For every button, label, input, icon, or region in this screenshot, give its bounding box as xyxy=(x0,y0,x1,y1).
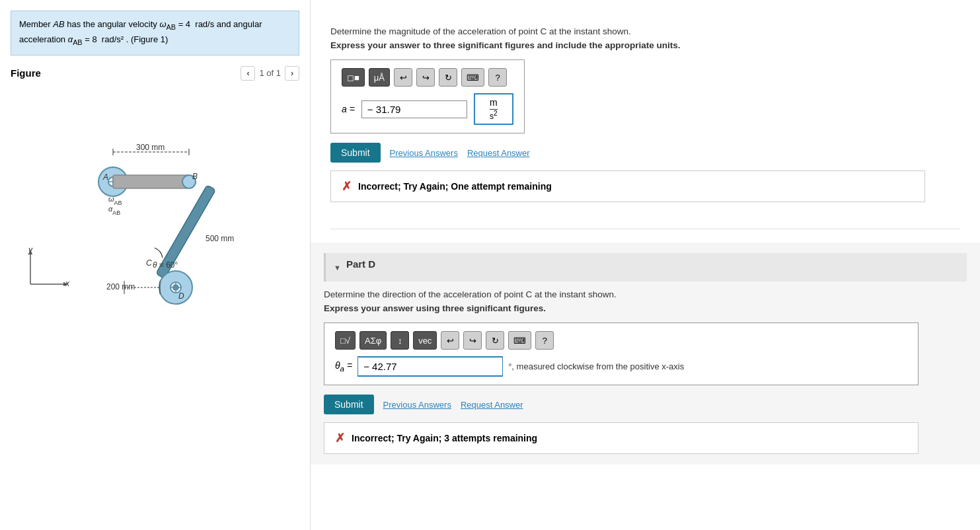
partd-error-box: ✗ Incorrect; Try Again; 3 attempts remai… xyxy=(324,422,919,454)
problem-line1: Member AB has the angular velocity ωAB =… xyxy=(19,19,262,44)
svg-rect-15 xyxy=(113,175,189,188)
partc-answer-box: ◻■ μÅ ↩ ↪ ↻ ⌨ ? xyxy=(330,59,525,133)
part-c-section: Determine the magnitude of the accelerat… xyxy=(330,13,960,215)
partc-matrix-btn[interactable]: ◻■ xyxy=(342,68,365,87)
partc-redo-btn[interactable]: ↪ xyxy=(416,68,435,87)
mu-icon: μÅ xyxy=(374,73,385,83)
figure-header: Figure ‹ 1 of 1 › xyxy=(11,66,299,81)
reset-icon2: ↻ xyxy=(492,336,499,346)
partd-submit-btn[interactable]: Submit xyxy=(324,395,374,414)
partd-question: Determine the direction of the accelerat… xyxy=(324,289,967,299)
partc-unit-fraction: m s2 xyxy=(483,97,504,121)
keyboard-icon2: ⌨ xyxy=(513,336,526,346)
partd-sigma-btn[interactable]: ΑΣφ xyxy=(359,331,387,350)
partc-unit-num: m xyxy=(490,97,498,110)
partc-toolbar: ◻■ μÅ ↩ ↪ ↻ ⌨ ? xyxy=(342,68,513,87)
partd-toolbar: □√ ΑΣφ ↕ vec ↩ ↪ ↻ xyxy=(335,331,907,350)
partc-error-icon: ✗ xyxy=(342,179,352,194)
figure-title: Figure xyxy=(11,67,41,79)
vec-icon: vec xyxy=(418,336,432,346)
partd-suffix: °, measured clockwise from the positive … xyxy=(508,361,684,371)
partc-undo-btn[interactable]: ↩ xyxy=(394,68,412,87)
reset-icon: ↻ xyxy=(445,73,452,83)
partd-instruction: Express your answer using three signific… xyxy=(324,303,967,313)
figure-page: 1 of 1 xyxy=(259,68,281,78)
svg-text:D: D xyxy=(178,291,184,301)
partc-prev-answers-btn[interactable]: Previous Answers xyxy=(390,148,458,158)
partc-unit-den: s2 xyxy=(490,110,498,121)
svg-text:300 mm: 300 mm xyxy=(136,143,165,152)
svg-text:B: B xyxy=(192,172,198,181)
partc-mu-btn[interactable]: μÅ xyxy=(369,68,390,87)
partd-header-row: ▼ Part D xyxy=(324,253,967,282)
problem-statement: Member AB has the angular velocity ωAB =… xyxy=(11,11,299,56)
undo-icon: ↩ xyxy=(400,73,407,83)
partc-field-label: a = xyxy=(342,104,355,114)
svg-point-29 xyxy=(172,284,179,291)
part-d-section: ▼ Part D Determine the direction of the … xyxy=(311,243,980,465)
sigma-icon: ΑΣφ xyxy=(365,336,381,346)
section-divider xyxy=(330,229,960,229)
svg-text:αAB: αAB xyxy=(108,205,120,216)
redo-icon: ↪ xyxy=(422,73,430,83)
help-icon: ? xyxy=(495,73,500,83)
partc-instruction: Express your answer to three significant… xyxy=(330,40,960,50)
partd-help-btn[interactable]: ? xyxy=(535,331,554,350)
matrix-icon: ◻■ xyxy=(347,73,359,83)
partc-submit-btn[interactable]: Submit xyxy=(330,143,381,163)
partd-redo-btn[interactable]: ↪ xyxy=(463,331,482,350)
arrows-icon: ↕ xyxy=(398,336,402,346)
sqrt-icon: □√ xyxy=(340,336,350,346)
partd-reset-btn[interactable]: ↻ xyxy=(486,331,504,350)
partd-collapse-icon[interactable]: ▼ xyxy=(334,264,341,272)
partc-unit-box: m s2 xyxy=(474,93,513,125)
prev-figure-btn[interactable]: ‹ xyxy=(241,66,255,81)
partd-input-row: θa = °, measured clockwise from the posi… xyxy=(335,356,907,377)
partd-input[interactable] xyxy=(358,356,503,377)
partd-error-text: Incorrect; Try Again; 3 attempts remaini… xyxy=(352,433,537,443)
partd-vec-btn[interactable]: vec xyxy=(413,331,437,350)
partd-field-label: θa = xyxy=(335,360,352,373)
partc-reset-btn[interactable]: ↻ xyxy=(439,68,457,87)
figure-diagram: x y 300 mm A B ωAB αAB xyxy=(11,86,299,311)
left-panel: Member AB has the angular velocity ωAB =… xyxy=(0,0,311,530)
diagram-svg: x y 300 mm A B ωAB αAB xyxy=(11,86,275,311)
partc-help-btn[interactable]: ? xyxy=(488,68,507,87)
svg-text:C: C xyxy=(146,258,152,268)
partc-question: Determine the magnitude of the accelerat… xyxy=(330,26,960,36)
partd-answer-box: □√ ΑΣφ ↕ vec ↩ ↪ ↻ xyxy=(324,322,919,385)
partc-request-answer-btn[interactable]: Request Answer xyxy=(467,148,530,158)
help-icon2: ? xyxy=(543,336,547,346)
partd-error-icon: ✗ xyxy=(335,431,345,445)
next-figure-btn[interactable]: › xyxy=(285,66,299,81)
partc-error-box: ✗ Incorrect; Try Again; One attempt rema… xyxy=(330,170,925,202)
keyboard-icon: ⌨ xyxy=(467,73,479,83)
svg-text:θ = 60°: θ = 60° xyxy=(153,260,178,270)
partd-sqrt-btn[interactable]: □√ xyxy=(335,331,356,350)
redo-icon2: ↪ xyxy=(469,336,476,346)
partd-request-answer-btn[interactable]: Request Answer xyxy=(461,400,523,410)
partd-prev-answers-btn[interactable]: Previous Answers xyxy=(383,400,451,410)
partd-arrows-btn[interactable]: ↕ xyxy=(391,331,409,350)
undo-icon2: ↩ xyxy=(447,336,454,346)
partd-label: Part D xyxy=(346,258,375,270)
partc-error-text: Incorrect; Try Again; One attempt remain… xyxy=(358,181,552,192)
partd-keyboard-btn[interactable]: ⌨ xyxy=(508,331,531,350)
partd-undo-btn[interactable]: ↩ xyxy=(441,331,459,350)
figure-nav: ‹ 1 of 1 › xyxy=(241,66,299,81)
partd-submit-row: Submit Previous Answers Request Answer xyxy=(324,395,967,414)
partc-input[interactable] xyxy=(361,100,467,118)
right-panel: Determine the magnitude of the accelerat… xyxy=(311,0,980,530)
svg-text:A: A xyxy=(102,172,108,182)
svg-text:200 mm: 200 mm xyxy=(106,282,135,291)
partc-submit-row: Submit Previous Answers Request Answer xyxy=(330,143,960,163)
partc-input-row: a = m s2 xyxy=(342,93,513,125)
svg-text:500 mm: 500 mm xyxy=(206,234,234,243)
partc-keyboard-btn[interactable]: ⌨ xyxy=(461,68,484,87)
